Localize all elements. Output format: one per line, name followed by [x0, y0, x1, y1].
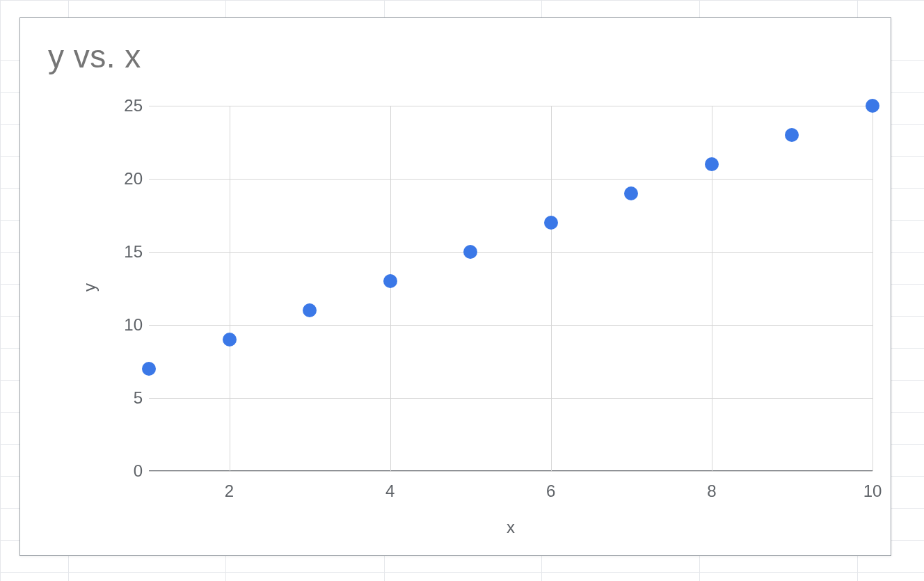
x-tick-label: 2 [225, 481, 234, 501]
sheet-row-line [0, 0, 924, 1]
data-point [463, 245, 477, 259]
data-point [624, 186, 638, 200]
x-axis-label: x [507, 518, 515, 536]
x-tick-label: 8 [707, 481, 716, 501]
chart-hgrid [149, 179, 873, 180]
chart-hgrid [149, 252, 873, 253]
x-tick-label: 10 [863, 481, 882, 501]
data-point [142, 362, 156, 376]
chart-card[interactable]: y vs. x y x 0510152025246810 [19, 17, 891, 556]
chart-vgrid [390, 106, 391, 471]
y-tick-label: 20 [94, 169, 143, 189]
data-point [785, 128, 799, 142]
y-axis-label: y [80, 283, 99, 292]
sheet-col-line [0, 0, 1, 581]
x-tick-label: 4 [385, 481, 395, 501]
data-point [383, 274, 397, 288]
chart-title: y vs. x [48, 38, 141, 75]
chart-vgrid [551, 106, 552, 471]
y-tick-label: 15 [94, 242, 143, 262]
y-tick-label: 10 [94, 315, 143, 335]
sheet-row-line [0, 572, 924, 573]
y-tick-label: 0 [94, 461, 143, 481]
x-axis-label-wrap: x [149, 518, 873, 537]
data-point [705, 157, 719, 171]
chart-vgrid [873, 106, 873, 471]
data-point [544, 216, 558, 230]
y-tick-label: 25 [94, 96, 143, 116]
chart-vgrid [230, 106, 230, 471]
chart-hgrid [149, 106, 873, 106]
data-point [223, 333, 237, 347]
chart-hgrid [149, 471, 873, 472]
chart-hgrid [149, 398, 873, 399]
x-tick-label: 6 [546, 481, 555, 501]
data-point [303, 303, 317, 317]
data-point [866, 99, 879, 113]
plot-area [149, 106, 873, 471]
chart-hgrid [149, 325, 873, 326]
y-tick-label: 5 [94, 388, 143, 408]
